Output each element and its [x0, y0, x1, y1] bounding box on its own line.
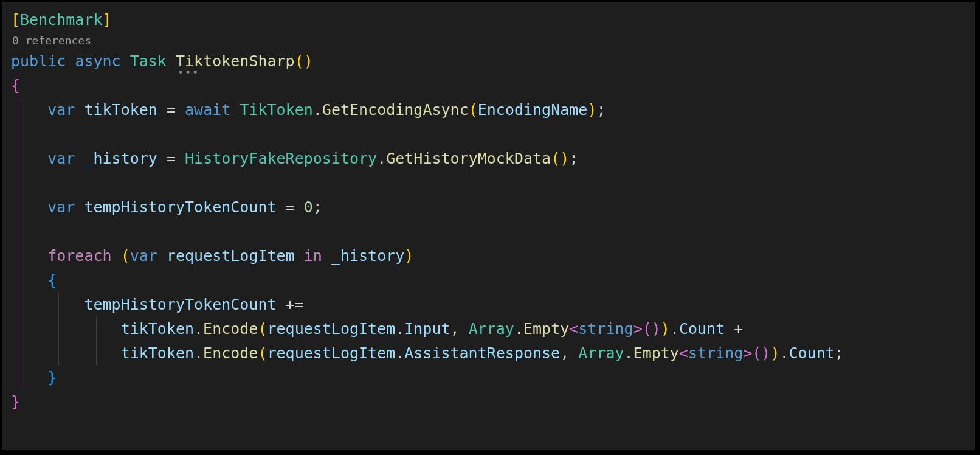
method-call: Encode [203, 344, 258, 362]
brace-open: { [11, 77, 20, 94]
attribute-name: Benchmark [20, 11, 102, 29]
identifier: tempHistoryTokenCount [84, 296, 276, 313]
dot: . [514, 320, 523, 338]
angle-close: > [743, 344, 752, 362]
type: HistoryFakeRepository [185, 150, 377, 167]
identifier: tikToken [121, 344, 194, 362]
identifier: tikToken [84, 101, 157, 119]
identifier: requestLogItem [267, 320, 395, 338]
angle-close: > [633, 320, 643, 338]
code-line[interactable]: foreach (var requestLogItem in _history) [11, 244, 975, 268]
paren-open: ( [643, 320, 652, 338]
method-name: TiktokenSharp [176, 52, 295, 70]
angle-open: < [569, 320, 578, 338]
identifier: _history [84, 150, 157, 167]
operator: = [167, 150, 176, 167]
paren-close: ) [404, 247, 413, 265]
paren-open: ( [258, 344, 267, 362]
dot: . [670, 320, 679, 338]
code-line[interactable]: [Benchmark] [11, 8, 975, 32]
semicolon: ; [569, 150, 578, 167]
identifier: _history [331, 247, 404, 265]
paren-open: ( [295, 52, 304, 70]
keyword-var: var [47, 150, 75, 167]
keyword-var: var [47, 101, 75, 119]
type: Array [469, 320, 514, 338]
type-task: Task [130, 52, 167, 70]
identifier: requestLogItem [267, 344, 395, 362]
code-line[interactable]: tikToken.Encode(requestLogItem.Input, Ar… [11, 317, 975, 341]
bracket-close: ] [103, 11, 112, 29]
angle-open: < [679, 344, 688, 362]
code-line[interactable]: var _history = HistoryFakeRepository.Get… [11, 147, 975, 171]
comma: , [560, 344, 569, 362]
code-line[interactable]: } [11, 390, 975, 414]
keyword-var: var [130, 247, 157, 265]
paren-close: ) [770, 344, 779, 362]
keyword-foreach: foreach [47, 247, 111, 265]
comma: , [450, 320, 460, 338]
operator: += [286, 296, 304, 313]
paren-open: ( [469, 101, 478, 119]
code-line[interactable]: tikToken.Encode(requestLogItem.Assistant… [11, 341, 975, 366]
dot: . [377, 150, 386, 167]
method-call: Empty [633, 344, 679, 362]
keyword-await: await [185, 101, 230, 119]
keyword-string: string [688, 344, 743, 362]
brace-close: } [47, 369, 57, 386]
keyword-async: async [75, 52, 120, 70]
property: Count [679, 320, 725, 338]
identifier: requestLogItem [167, 247, 295, 265]
paren-open: ( [121, 247, 130, 265]
number-literal: 0 [304, 198, 313, 216]
method-call: GetEncodingAsync [322, 101, 469, 119]
code-line[interactable]: { [11, 74, 975, 98]
paren-close: ) [761, 344, 770, 362]
paren-close: ) [304, 52, 313, 70]
property: AssistantResponse [404, 344, 560, 362]
paren-close: ) [587, 101, 596, 119]
dot: . [395, 320, 404, 338]
paren-open: ( [752, 344, 761, 362]
code-line[interactable]: public async Task TiktokenSharp() [11, 49, 975, 74]
keyword-public: public [11, 52, 66, 70]
identifier: tempHistoryTokenCount [84, 198, 276, 216]
code-line[interactable]: { [11, 268, 975, 293]
keyword-string: string [578, 320, 633, 338]
keyword-in: in [304, 247, 322, 265]
type: Array [578, 344, 624, 362]
operator: = [167, 101, 176, 119]
identifier: EncodingName [478, 101, 588, 119]
keyword-var: var [47, 198, 75, 216]
identifier: tikToken [121, 320, 194, 338]
codelens-references[interactable]: 0 references [11, 32, 975, 49]
code-line[interactable]: var tempHistoryTokenCount = 0; [11, 195, 975, 220]
semicolon: ; [835, 344, 844, 362]
paren-close: ) [560, 150, 569, 167]
operator: = [286, 198, 295, 216]
paren-close: ) [652, 320, 661, 338]
code-line[interactable]: var tikToken = await TikToken.GetEncodin… [11, 98, 975, 122]
brace-open: { [47, 271, 57, 289]
code-line-blank[interactable] [11, 122, 975, 147]
dot: . [779, 344, 788, 362]
code-line-blank[interactable] [11, 220, 975, 244]
bracket-open: [ [11, 11, 20, 29]
paren-open: ( [258, 320, 267, 338]
semicolon: ; [313, 198, 322, 216]
paren-open: ( [551, 150, 560, 167]
brace-close: } [11, 393, 20, 411]
property: Count [789, 344, 835, 362]
code-line[interactable]: tempHistoryTokenCount += [11, 293, 975, 317]
dot: . [194, 320, 203, 338]
code-line-blank[interactable] [11, 171, 975, 195]
type: TikToken [240, 101, 312, 119]
semicolon: ; [596, 101, 606, 119]
code-line[interactable]: } [11, 366, 975, 390]
method-call: Empty [523, 320, 569, 338]
method-call: Encode [203, 320, 258, 338]
code-editor[interactable]: [Benchmark] 0 references public async Ta… [0, 0, 976, 451]
method-call: GetHistoryMockData [386, 150, 551, 167]
dot: . [313, 101, 322, 119]
dot: . [395, 344, 404, 362]
